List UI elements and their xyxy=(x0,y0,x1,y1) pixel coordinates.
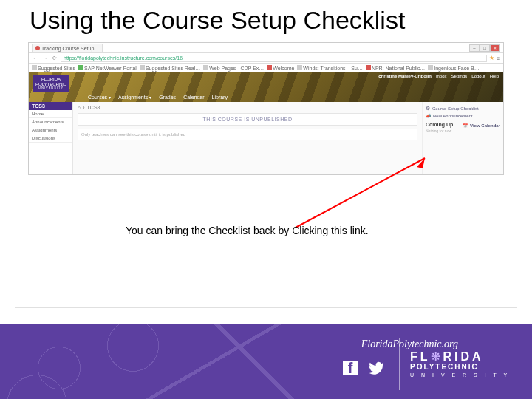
gear-icon: ⚙ xyxy=(426,106,430,112)
help-link[interactable]: Help xyxy=(490,74,499,78)
bookmark-star-icon[interactable]: ★ xyxy=(489,55,494,61)
new-announcement-link[interactable]: 📣 New Announcement xyxy=(426,112,500,119)
window-close-button[interactable]: × xyxy=(490,44,500,52)
browser-tab[interactable]: Tracking Course Setup… xyxy=(32,44,103,52)
bookmark-item[interactable]: Ingenious Face B… xyxy=(428,65,479,71)
calendar-icon: 📅 xyxy=(463,123,468,128)
window-maximize-button[interactable]: □ xyxy=(480,44,490,52)
forward-icon[interactable]: → xyxy=(41,55,49,62)
address-bar[interactable]: https://floridapolytechnic.instructure.c… xyxy=(61,55,487,62)
browser-menu-icon[interactable]: ≡ xyxy=(497,55,500,62)
nav-grades[interactable]: Grades xyxy=(159,95,176,100)
course-sidenav: TCS3 Home Announcements Assignments Disc… xyxy=(29,102,73,174)
sidenav-home[interactable]: Home xyxy=(29,110,72,118)
footer-logo: FL❋RIDA POLYTECHNIC U N I V E R S I T Y xyxy=(399,338,517,390)
unpublished-banner: THIS COURSE IS UNPUBLISHED xyxy=(81,117,414,122)
nav-calendar[interactable]: Calendar xyxy=(183,95,204,100)
slide-footer: FloridaPolytechnic.org f FL❋RIDA POLYTEC… xyxy=(0,324,532,399)
unpublished-note: Only teachers can see this course until … xyxy=(81,132,414,137)
favicon-icon xyxy=(35,46,40,50)
inbox-link[interactable]: Inbox xyxy=(436,74,447,78)
chevron-down-icon: ▾ xyxy=(109,95,111,100)
embedded-screenshot: Tracking Course Setup… – □ × ← → ⟳ https… xyxy=(28,42,504,175)
bookmark-item[interactable]: Web Pages - CDP Ex… xyxy=(203,65,264,71)
nav-courses[interactable]: Courses▾ xyxy=(88,95,111,100)
bookmark-item[interactable]: NPR: National Public… xyxy=(366,65,425,71)
bookmark-item[interactable]: Welcome xyxy=(267,65,294,71)
breadcrumb: ⌂ › TCS3 xyxy=(78,105,417,110)
bookmarks-bar: Suggested Sites SAP NetWeaver Portal Sug… xyxy=(29,64,503,72)
facebook-icon[interactable]: f xyxy=(343,361,358,375)
home-icon[interactable]: ⌂ xyxy=(78,105,81,110)
sidenav-assignments[interactable]: Assignments xyxy=(29,126,72,134)
bookmark-item[interactable]: Suggested Sites xyxy=(32,65,75,71)
bookmark-item[interactable]: Winds: Transitions – Su… xyxy=(297,65,363,71)
lms-header: FLORIDA POLYTECHNIC UNIVERSITY christine… xyxy=(29,72,503,102)
logout-link[interactable]: Logout xyxy=(471,74,485,78)
url-text: https://floridapolytechnic.instructure.c… xyxy=(64,55,183,61)
coming-up-heading: Coming Up xyxy=(426,122,453,129)
settings-link[interactable]: Settings xyxy=(451,74,468,78)
twitter-icon[interactable] xyxy=(368,361,384,381)
nothing-text: Nothing for now xyxy=(426,129,500,133)
course-setup-checklist-link[interactable]: ⚙ Course Setup Checklist xyxy=(426,105,500,112)
nav-library[interactable]: Library xyxy=(212,95,228,100)
annotation-text: You can bring the Checklist back by Clic… xyxy=(126,225,377,237)
sidenav-discussions[interactable]: Discussions xyxy=(29,134,72,143)
horizontal-divider xyxy=(15,307,517,308)
back-icon[interactable]: ← xyxy=(32,55,39,62)
breadcrumb-item[interactable]: TCS3 xyxy=(87,105,100,110)
sidenav-header: TCS3 xyxy=(29,102,72,110)
slide-title: Using the Course Setup Checklist xyxy=(30,6,532,35)
megaphone-icon: 📣 xyxy=(426,113,431,118)
window-minimize-button[interactable]: – xyxy=(469,44,480,52)
user-name[interactable]: christine Manley-Cribolin xyxy=(378,74,432,78)
reload-icon[interactable]: ⟳ xyxy=(51,55,58,62)
bookmark-item[interactable]: Suggested Sites Real… xyxy=(140,65,200,71)
tab-title: Tracking Course Setup… xyxy=(41,46,99,51)
view-calendar-link[interactable]: 📅 View Calendar xyxy=(463,122,500,129)
chevron-down-icon: ▾ xyxy=(149,95,151,100)
nav-assignments[interactable]: Assignments▾ xyxy=(118,95,151,100)
bookmark-item[interactable]: SAP NetWeaver Portal xyxy=(78,65,137,71)
institution-logo[interactable]: FLORIDA POLYTECHNIC UNIVERSITY xyxy=(33,75,69,92)
sidenav-announcements[interactable]: Announcements xyxy=(29,118,72,126)
